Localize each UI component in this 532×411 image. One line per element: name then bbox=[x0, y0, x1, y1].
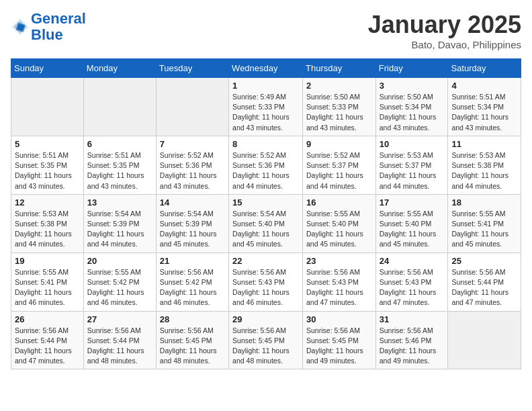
weekday-header-tuesday: Tuesday bbox=[156, 59, 228, 78]
day-info: Sunrise: 5:56 AMSunset: 5:44 PMDaylight:… bbox=[15, 326, 80, 367]
calendar-cell bbox=[83, 78, 156, 136]
page-header: GeneralBlue January 2025 Bato, Davao, Ph… bbox=[11, 11, 521, 50]
title-block: January 2025 Bato, Davao, Philippines bbox=[368, 11, 521, 50]
week-row-1: 1Sunrise: 5:49 AMSunset: 5:33 PMDaylight… bbox=[11, 78, 521, 136]
logo-text: GeneralBlue bbox=[31, 11, 86, 43]
day-info: Sunrise: 5:56 AMSunset: 5:42 PMDaylight:… bbox=[160, 267, 225, 308]
calendar-cell: 30Sunrise: 5:56 AMSunset: 5:45 PMDayligh… bbox=[303, 311, 376, 369]
calendar-table: SundayMondayTuesdayWednesdayThursdayFrid… bbox=[11, 58, 521, 369]
day-info: Sunrise: 5:51 AMSunset: 5:34 PMDaylight:… bbox=[451, 92, 517, 133]
day-number: 12 bbox=[15, 197, 80, 208]
day-info: Sunrise: 5:56 AMSunset: 5:44 PMDaylight:… bbox=[451, 267, 517, 308]
day-number: 17 bbox=[380, 197, 445, 208]
calendar-cell: 23Sunrise: 5:56 AMSunset: 5:43 PMDayligh… bbox=[303, 253, 376, 311]
day-info: Sunrise: 5:52 AMSunset: 5:36 PMDaylight:… bbox=[160, 150, 225, 191]
day-info: Sunrise: 5:55 AMSunset: 5:41 PMDaylight:… bbox=[451, 209, 517, 250]
day-info: Sunrise: 5:54 AMSunset: 5:39 PMDaylight:… bbox=[87, 209, 152, 250]
calendar-cell: 21Sunrise: 5:56 AMSunset: 5:42 PMDayligh… bbox=[156, 253, 228, 311]
day-info: Sunrise: 5:52 AMSunset: 5:37 PMDaylight:… bbox=[306, 150, 372, 191]
day-number: 20 bbox=[87, 256, 152, 266]
day-number: 16 bbox=[306, 197, 372, 208]
month-title: January 2025 bbox=[368, 11, 521, 39]
calendar-cell: 16Sunrise: 5:55 AMSunset: 5:40 PMDayligh… bbox=[303, 194, 376, 253]
day-number: 26 bbox=[15, 314, 80, 324]
day-number: 30 bbox=[306, 314, 372, 324]
day-info: Sunrise: 5:55 AMSunset: 5:40 PMDaylight:… bbox=[306, 209, 372, 250]
day-info: Sunrise: 5:56 AMSunset: 5:45 PMDaylight:… bbox=[306, 326, 372, 367]
day-number: 8 bbox=[232, 139, 299, 149]
day-info: Sunrise: 5:53 AMSunset: 5:37 PMDaylight:… bbox=[380, 150, 445, 191]
day-number: 25 bbox=[451, 256, 517, 266]
calendar-cell: 25Sunrise: 5:56 AMSunset: 5:44 PMDayligh… bbox=[448, 253, 521, 311]
calendar-cell: 28Sunrise: 5:56 AMSunset: 5:45 PMDayligh… bbox=[156, 311, 228, 369]
week-row-5: 26Sunrise: 5:56 AMSunset: 5:44 PMDayligh… bbox=[11, 311, 521, 369]
calendar-cell: 22Sunrise: 5:56 AMSunset: 5:43 PMDayligh… bbox=[229, 253, 303, 311]
calendar-cell: 17Sunrise: 5:55 AMSunset: 5:40 PMDayligh… bbox=[375, 194, 448, 253]
day-number: 24 bbox=[380, 256, 445, 266]
day-number: 7 bbox=[160, 139, 225, 149]
day-info: Sunrise: 5:56 AMSunset: 5:46 PMDaylight:… bbox=[380, 326, 445, 367]
day-info: Sunrise: 5:55 AMSunset: 5:41 PMDaylight:… bbox=[15, 267, 80, 308]
calendar-cell: 1Sunrise: 5:49 AMSunset: 5:33 PMDaylight… bbox=[229, 78, 303, 136]
weekday-header-friday: Friday bbox=[375, 59, 448, 78]
weekday-header-saturday: Saturday bbox=[448, 59, 521, 78]
day-info: Sunrise: 5:56 AMSunset: 5:43 PMDaylight:… bbox=[232, 267, 299, 308]
day-info: Sunrise: 5:53 AMSunset: 5:38 PMDaylight:… bbox=[451, 150, 517, 191]
calendar-cell: 13Sunrise: 5:54 AMSunset: 5:39 PMDayligh… bbox=[83, 194, 156, 253]
day-number: 15 bbox=[232, 197, 299, 208]
day-number: 10 bbox=[380, 139, 445, 149]
calendar-cell: 20Sunrise: 5:55 AMSunset: 5:42 PMDayligh… bbox=[83, 253, 156, 311]
day-number: 27 bbox=[87, 314, 152, 324]
day-number: 14 bbox=[160, 197, 225, 208]
calendar-cell: 26Sunrise: 5:56 AMSunset: 5:44 PMDayligh… bbox=[11, 311, 84, 369]
calendar-cell: 3Sunrise: 5:50 AMSunset: 5:34 PMDaylight… bbox=[375, 78, 448, 136]
calendar-cell: 12Sunrise: 5:53 AMSunset: 5:38 PMDayligh… bbox=[11, 194, 84, 253]
day-number: 28 bbox=[160, 314, 225, 324]
day-number: 31 bbox=[380, 314, 445, 324]
day-number: 22 bbox=[232, 256, 299, 266]
calendar-cell: 24Sunrise: 5:56 AMSunset: 5:43 PMDayligh… bbox=[375, 253, 448, 311]
day-info: Sunrise: 5:55 AMSunset: 5:40 PMDaylight:… bbox=[380, 209, 445, 250]
day-info: Sunrise: 5:53 AMSunset: 5:38 PMDaylight:… bbox=[15, 209, 80, 250]
calendar-cell: 15Sunrise: 5:54 AMSunset: 5:40 PMDayligh… bbox=[229, 194, 303, 253]
calendar-cell bbox=[448, 311, 521, 369]
day-number: 21 bbox=[160, 256, 225, 266]
calendar-cell: 7Sunrise: 5:52 AMSunset: 5:36 PMDaylight… bbox=[156, 136, 228, 194]
day-info: Sunrise: 5:56 AMSunset: 5:45 PMDaylight:… bbox=[232, 326, 299, 367]
day-number: 19 bbox=[15, 256, 80, 266]
day-info: Sunrise: 5:49 AMSunset: 5:33 PMDaylight:… bbox=[232, 92, 299, 133]
day-number: 3 bbox=[380, 81, 445, 91]
calendar-cell: 6Sunrise: 5:51 AMSunset: 5:35 PMDaylight… bbox=[83, 136, 156, 194]
week-row-2: 5Sunrise: 5:51 AMSunset: 5:35 PMDaylight… bbox=[11, 136, 521, 194]
day-info: Sunrise: 5:50 AMSunset: 5:33 PMDaylight:… bbox=[306, 92, 372, 133]
calendar-cell: 14Sunrise: 5:54 AMSunset: 5:39 PMDayligh… bbox=[156, 194, 228, 253]
calendar-cell bbox=[156, 78, 228, 136]
logo-icon bbox=[11, 17, 30, 36]
weekday-header-thursday: Thursday bbox=[303, 59, 376, 78]
day-info: Sunrise: 5:51 AMSunset: 5:35 PMDaylight:… bbox=[15, 150, 80, 191]
location: Bato, Davao, Philippines bbox=[368, 39, 521, 50]
weekday-header-monday: Monday bbox=[83, 59, 156, 78]
day-info: Sunrise: 5:54 AMSunset: 5:39 PMDaylight:… bbox=[160, 209, 225, 250]
day-number: 29 bbox=[232, 314, 299, 324]
calendar-cell: 31Sunrise: 5:56 AMSunset: 5:46 PMDayligh… bbox=[375, 311, 448, 369]
calendar-cell: 29Sunrise: 5:56 AMSunset: 5:45 PMDayligh… bbox=[229, 311, 303, 369]
weekday-header-wednesday: Wednesday bbox=[229, 59, 303, 78]
day-info: Sunrise: 5:56 AMSunset: 5:43 PMDaylight:… bbox=[380, 267, 445, 308]
calendar-cell bbox=[11, 78, 84, 136]
day-info: Sunrise: 5:56 AMSunset: 5:43 PMDaylight:… bbox=[306, 267, 372, 308]
calendar-cell: 5Sunrise: 5:51 AMSunset: 5:35 PMDaylight… bbox=[11, 136, 84, 194]
day-number: 18 bbox=[451, 197, 517, 208]
weekday-header-sunday: Sunday bbox=[11, 59, 84, 78]
calendar-cell: 8Sunrise: 5:52 AMSunset: 5:36 PMDaylight… bbox=[229, 136, 303, 194]
week-row-4: 19Sunrise: 5:55 AMSunset: 5:41 PMDayligh… bbox=[11, 253, 521, 311]
calendar-cell: 18Sunrise: 5:55 AMSunset: 5:41 PMDayligh… bbox=[448, 194, 521, 253]
day-number: 11 bbox=[451, 139, 517, 149]
day-number: 1 bbox=[232, 81, 299, 91]
calendar-cell: 27Sunrise: 5:56 AMSunset: 5:44 PMDayligh… bbox=[83, 311, 156, 369]
day-info: Sunrise: 5:51 AMSunset: 5:35 PMDaylight:… bbox=[87, 150, 152, 191]
day-number: 4 bbox=[451, 81, 517, 91]
day-info: Sunrise: 5:55 AMSunset: 5:42 PMDaylight:… bbox=[87, 267, 152, 308]
day-number: 2 bbox=[306, 81, 372, 91]
day-number: 5 bbox=[15, 139, 80, 149]
